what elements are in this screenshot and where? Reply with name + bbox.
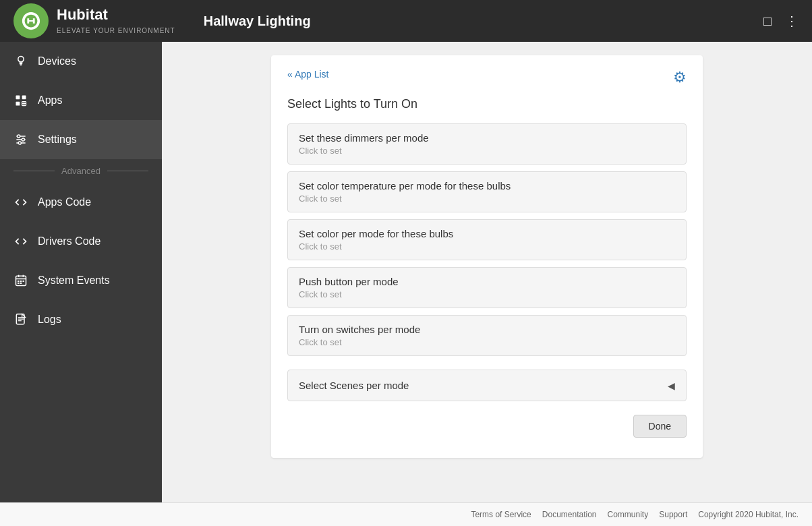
sidebar: Devices Apps — [0, 42, 162, 502]
svg-rect-5 — [16, 102, 20, 106]
sidebar-item-devices-label: Devices — [38, 55, 76, 67]
sidebar-item-system-events-label: System Events — [38, 274, 110, 287]
setting-row-dimmers[interactable]: Set these dimmers per mode Click to set — [287, 123, 687, 165]
svg-rect-3 — [16, 96, 20, 100]
sidebar-item-logs[interactable]: Logs — [0, 300, 162, 339]
sidebar-item-apps-label: Apps — [38, 94, 62, 107]
footer: Terms of Service Documentation Community… — [0, 502, 812, 526]
header-left: Hubitat ELEVATE YOUR ENVIRONMENT Hallway… — [13, 3, 311, 38]
setting-row-color-temp[interactable]: Set color temperature per mode for these… — [287, 171, 687, 212]
setting-row-color[interactable]: Set color per mode for these bulbs Click… — [287, 219, 687, 260]
main-layout: Devices Apps — [0, 42, 812, 502]
header-right: □ ⋮ — [763, 13, 799, 29]
scenes-row[interactable]: Select Scenes per mode ◀ — [287, 370, 687, 401]
setting-row-color-temp-title: Set color temperature per mode for these… — [299, 180, 675, 192]
code-icon-drivers — [13, 234, 28, 249]
setting-row-switches-subtitle: Click to set — [299, 337, 675, 347]
setting-row-switches-title: Turn on switches per mode — [299, 324, 675, 335]
setting-row-push-button-title: Push button per mode — [299, 276, 675, 287]
brand-block: Hubitat ELEVATE YOUR ENVIRONMENT — [57, 6, 175, 36]
page-title: Hallway Lighting — [204, 13, 311, 29]
advanced-divider: Advanced — [0, 159, 162, 183]
svg-point-0 — [18, 57, 24, 62]
svg-point-13 — [22, 138, 24, 141]
setting-row-switches[interactable]: Turn on switches per mode Click to set — [287, 315, 687, 356]
sidebar-item-settings[interactable]: Settings — [0, 120, 162, 159]
sidebar-item-apps-code[interactable]: Apps Code — [0, 183, 162, 222]
header: Hubitat ELEVATE YOUR ENVIRONMENT Hallway… — [0, 0, 812, 42]
sidebar-item-drivers-code-label: Drivers Code — [38, 235, 100, 247]
gear-icon[interactable]: ⚙ — [673, 69, 687, 86]
menu-icon[interactable]: ⋮ — [785, 13, 799, 29]
footer-docs[interactable]: Documentation — [542, 510, 597, 519]
footer-copyright: Copyright 2020 Hubitat, Inc. — [698, 510, 799, 519]
sidebar-item-system-events[interactable]: System Events — [0, 261, 162, 300]
done-button[interactable]: Done — [633, 415, 687, 438]
scenes-row-title: Select Scenes per mode — [299, 380, 409, 391]
chat-icon[interactable]: □ — [763, 13, 772, 29]
section-title: Select Lights to Turn On — [287, 97, 687, 111]
footer-support[interactable]: Support — [659, 510, 687, 519]
sidebar-item-drivers-code[interactable]: Drivers Code — [0, 222, 162, 261]
svg-rect-21 — [23, 281, 25, 282]
scenes-arrow-icon: ◀ — [668, 380, 675, 391]
svg-rect-19 — [18, 281, 20, 282]
sidebar-item-settings-label: Settings — [38, 134, 77, 146]
footer-community[interactable]: Community — [608, 510, 649, 519]
sidebar-item-apps-code-label: Apps Code — [38, 196, 91, 208]
back-link[interactable]: « App List — [287, 69, 329, 80]
setting-row-color-subtitle: Click to set — [299, 241, 675, 252]
hubitat-logo — [13, 3, 49, 38]
sliders-icon — [13, 132, 28, 147]
sidebar-item-devices[interactable]: Devices — [0, 42, 162, 81]
svg-rect-20 — [20, 281, 22, 282]
sidebar-item-apps[interactable]: Apps — [0, 81, 162, 120]
setting-row-color-temp-subtitle: Click to set — [299, 194, 675, 204]
svg-rect-2 — [20, 65, 22, 65]
grid-icon — [13, 93, 28, 108]
file-icon — [13, 312, 28, 327]
setting-row-push-button-subtitle: Click to set — [299, 289, 675, 299]
brand-name: Hubitat — [57, 6, 175, 24]
content-area: « App List ⚙ Select Lights to Turn On Se… — [162, 42, 812, 502]
svg-rect-4 — [22, 96, 26, 100]
card-header: « App List ⚙ — [287, 69, 687, 86]
calendar-icon — [13, 273, 28, 288]
svg-point-12 — [18, 135, 20, 138]
setting-row-dimmers-title: Set these dimmers per mode — [299, 132, 675, 144]
code-icon-apps — [13, 195, 28, 210]
setting-row-dimmers-subtitle: Click to set — [299, 146, 675, 156]
brand-tagline: ELEVATE YOUR ENVIRONMENT — [57, 27, 175, 34]
content-card: « App List ⚙ Select Lights to Turn On Se… — [271, 55, 703, 458]
sidebar-item-logs-label: Logs — [38, 314, 61, 326]
setting-row-color-title: Set color per mode for these bulbs — [299, 228, 675, 239]
lightbulb-icon — [13, 54, 28, 69]
setting-row-push-button[interactable]: Push button per mode Click to set — [287, 267, 687, 308]
svg-rect-23 — [20, 283, 22, 284]
footer-terms[interactable]: Terms of Service — [471, 510, 531, 519]
svg-rect-1 — [20, 64, 22, 65]
done-area: Done — [287, 415, 687, 438]
svg-point-14 — [18, 142, 21, 144]
svg-rect-22 — [18, 283, 20, 284]
